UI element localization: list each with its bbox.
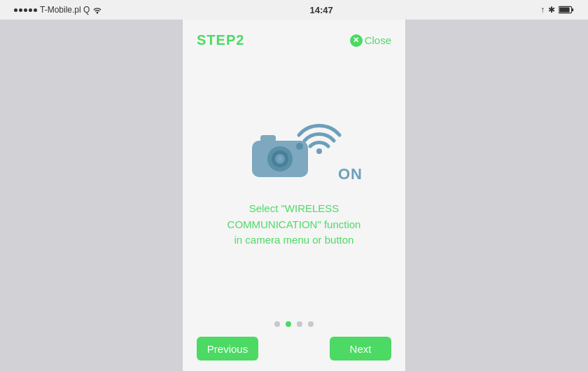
main-content: STEP2 ✕ Close	[183, 20, 405, 314]
svg-point-10	[296, 143, 303, 150]
camera-wifi-graphic: ON	[245, 114, 343, 187]
dot-1	[274, 321, 280, 327]
carrier-name: T-Mobile.pl Q	[40, 5, 90, 15]
svg-point-3	[316, 148, 322, 154]
close-circle-icon: ✕	[350, 34, 363, 47]
on-label: ON	[338, 165, 363, 183]
camera-wifi-svg	[245, 114, 343, 184]
next-button[interactable]: Next	[330, 337, 391, 360]
status-icons: ↑ ✱	[540, 5, 574, 15]
previous-button[interactable]: Previous	[197, 337, 258, 360]
dot-3	[297, 321, 302, 327]
location-icon: ↑	[540, 5, 545, 15]
battery-icon	[559, 6, 574, 14]
status-time: 14:47	[310, 5, 333, 15]
progress-dots	[197, 321, 391, 327]
page-header: STEP2 ✕ Close	[197, 32, 391, 48]
step-label: STEP2	[197, 32, 244, 48]
svg-rect-1	[572, 8, 573, 11]
bluetooth-icon: ✱	[548, 5, 555, 15]
signal-strength	[14, 8, 37, 12]
svg-rect-2	[559, 8, 569, 13]
phone-frame: STEP2 ✕ Close	[182, 20, 406, 371]
bottom-area: Previous Next	[183, 314, 405, 371]
nav-buttons: Previous Next	[197, 337, 391, 360]
close-label: Close	[365, 34, 391, 46]
wifi-icon	[92, 6, 102, 14]
instruction-text: Select "WIRELESS COMMUNICATION" function…	[224, 201, 364, 248]
close-button[interactable]: ✕ Close	[350, 34, 391, 47]
status-bar: T-Mobile.pl Q 14:47 ↑ ✱	[0, 0, 588, 20]
svg-point-9	[278, 157, 282, 161]
dot-2	[286, 321, 291, 327]
carrier-signal: T-Mobile.pl Q	[14, 5, 102, 15]
dot-4	[308, 321, 314, 327]
illustration-area: ON Select "WIRELESS COMMUNICATION" funct…	[197, 55, 391, 314]
